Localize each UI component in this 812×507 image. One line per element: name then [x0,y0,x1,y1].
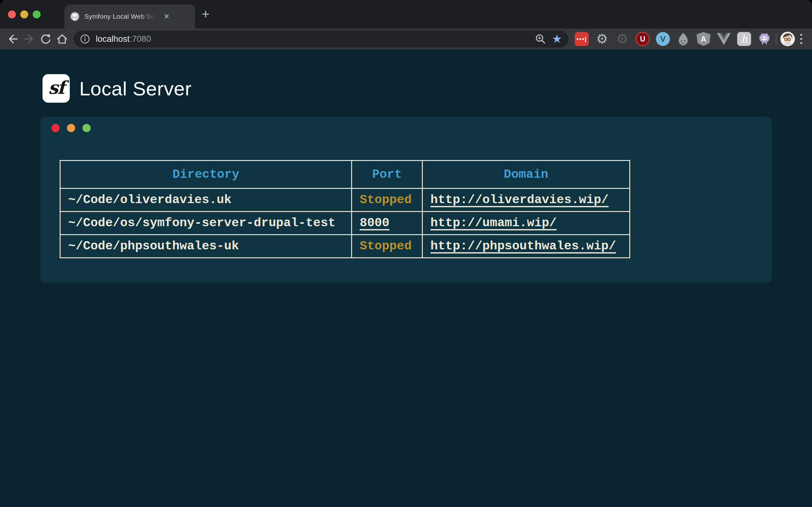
browser-tab[interactable]: Symfony Local Web Server: Prox × [64,4,195,29]
ublock-origin-extension-icon[interactable]: U [635,32,650,47]
domain-link[interactable]: http://phpsouthwales.wip/ [430,239,616,253]
page-content: sf Local Server Directory Port Domain [0,49,812,507]
lastpass-extension-icon[interactable]: •••| [574,32,589,47]
server-panel: Directory Port Domain ~/Code/oliverdavie… [40,117,772,283]
port-cell: Stopped [352,188,422,212]
symfony-logo: sf [43,74,70,103]
url-port: :7080 [130,34,151,44]
toolbar-separator [776,33,776,45]
panel-dot-orange [67,124,75,132]
github-octocat-extension-icon[interactable] [757,32,772,47]
vue-extension-icon[interactable] [716,32,731,47]
table-row: ~/Code/phpsouthwales-uk Stopped http://p… [60,235,630,258]
browser-toolbar: localhost:7080 ★ •••| ⚙ ⚙ [0,29,812,49]
panel-window-dots [51,124,772,132]
window-minimize-button[interactable] [20,10,28,18]
reload-icon[interactable] [38,31,54,47]
table-header-row: Directory Port Domain [60,161,630,188]
port-cell: 8000 [352,212,422,235]
domain-cell: http://phpsouthwales.wip/ [422,235,630,258]
table-row: ~/Code/os/symfony-server-drupal-test 800… [60,212,630,235]
column-header-domain: Domain [422,161,630,188]
table-row: ~/Code/oliverdavies.uk Stopped http://ol… [60,188,630,212]
port-status: Stopped [360,239,412,253]
profile-avatar[interactable] [780,32,795,46]
directory-cell: ~/Code/oliverdavies.uk [60,188,352,212]
column-header-directory: Directory [60,161,352,188]
window-close-button[interactable] [8,10,16,18]
directory-cell: ~/Code/phpsouthwales-uk [60,235,352,258]
gear-dim-extension-icon[interactable]: ⚙ [615,32,630,47]
servers-table: Directory Port Domain ~/Code/oliverdavie… [60,160,630,258]
domain-link[interactable]: http://umami.wip/ [430,216,557,230]
domain-cell: http://umami.wip/ [422,212,630,235]
vimium-extension-icon[interactable]: V [655,32,670,47]
port-cell: Stopped [352,235,422,258]
domain-cell: http://oliverdavies.wip/ [422,188,630,212]
symfony-sf-glyph: sf [48,77,64,100]
page-title: Local Server [79,77,192,100]
honey-extension-icon[interactable]: h [737,32,752,47]
site-info-icon[interactable] [80,34,90,44]
tab-title-wrap: Symfony Local Web Server: Prox [84,13,158,20]
drupal-extension-icon[interactable] [676,32,691,47]
window-controls [8,0,41,29]
gear-extension-icon[interactable]: ⚙ [595,32,610,47]
zoom-icon[interactable] [535,33,546,45]
tab-title: Symfony Local Web Server: Prox [84,13,158,20]
panel-dot-green [83,124,91,132]
angular-extension-icon[interactable]: A [696,32,711,47]
forward-icon[interactable] [21,31,38,47]
extension-icons: •••| ⚙ ⚙ U V A [574,32,772,47]
bookmark-star-icon[interactable]: ★ [552,33,562,45]
window-zoom-button[interactable] [33,10,41,18]
tab-strip: Symfony Local Web Server: Prox × + [0,0,812,29]
brand-header: sf Local Server [0,49,812,103]
url-host: localhost [96,34,130,44]
tab-close-icon[interactable]: × [163,12,170,21]
browser-window: Symfony Local Web Server: Prox × + [0,0,812,507]
new-tab-button[interactable]: + [202,0,210,29]
globe-favicon-icon [70,12,80,21]
url-text: localhost:7080 [96,34,151,44]
port-link[interactable]: 8000 [360,216,390,230]
back-icon[interactable] [4,31,21,47]
column-header-port: Port [352,161,422,188]
panel-dot-red [51,124,60,132]
directory-cell: ~/Code/os/symfony-server-drupal-test [60,212,352,235]
domain-link[interactable]: http://oliverdavies.wip/ [430,193,609,207]
browser-menu-icon[interactable] [795,32,808,47]
port-status: Stopped [360,193,412,207]
address-bar[interactable]: localhost:7080 ★ [73,31,568,48]
home-icon[interactable] [54,31,70,47]
